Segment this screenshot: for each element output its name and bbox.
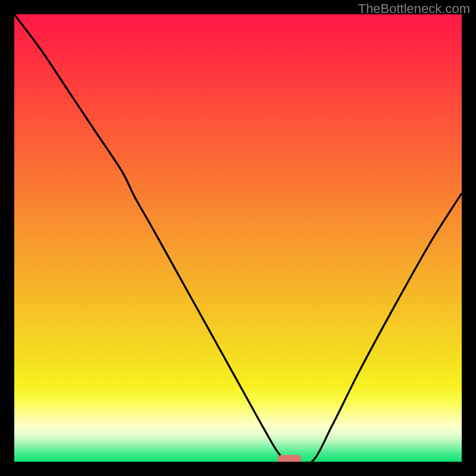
chart-frame: TheBottleneck.com xyxy=(0,0,476,476)
optimum-marker xyxy=(278,455,301,462)
plot-area xyxy=(14,14,462,462)
watermark-label: TheBottleneck.com xyxy=(358,1,470,17)
gradient-background xyxy=(14,14,462,462)
chart-svg xyxy=(14,14,462,462)
